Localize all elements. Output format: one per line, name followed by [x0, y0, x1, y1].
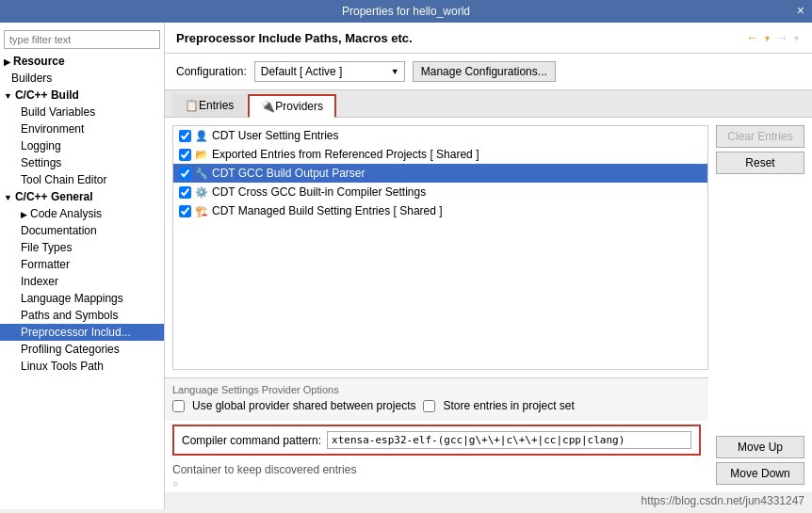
- options-title: Language Settings Provider Options: [172, 384, 701, 395]
- forward-dropdown-button[interactable]: ▾: [792, 31, 801, 45]
- sidebar-item-code-analysis[interactable]: ▶Code Analysis: [0, 205, 164, 222]
- compiler-input[interactable]: [327, 431, 691, 449]
- sidebar-item-label: Resource: [13, 55, 65, 68]
- option2-label: Store entries in project set: [443, 399, 574, 412]
- sidebar-item-label: Tool Chain Editor: [21, 173, 106, 186]
- entry-checkbox[interactable]: [179, 130, 191, 142]
- sidebar-item-tool-chain-editor[interactable]: Tool Chain Editor: [0, 171, 164, 188]
- option2-checkbox[interactable]: [423, 400, 435, 412]
- sidebar-item-paths-and-symbols[interactable]: Paths and Symbols: [0, 307, 164, 324]
- sidebar-item-label: Preprocessor Includ...: [21, 326, 131, 339]
- entry-icon: 🔧: [195, 168, 208, 180]
- nav-buttons: ← ▾ → ▾: [744, 28, 801, 47]
- sidebar-item-indexer[interactable]: Indexer: [0, 273, 164, 290]
- compiler-section: Compiler command pattern:: [172, 425, 701, 456]
- sidebar-item-label: Documentation: [21, 224, 97, 237]
- arrow-icon: ▼: [4, 193, 12, 202]
- table-row[interactable]: 🔧 CDT GCC Build Output Parser: [173, 164, 707, 183]
- sidebar-item-label: Settings: [21, 156, 61, 169]
- tab-label-entries: Entries: [199, 99, 234, 112]
- close-button[interactable]: ×: [797, 3, 804, 18]
- entry-text: CDT User Setting Entries: [212, 129, 339, 142]
- tab-icon-providers: 🔌: [261, 100, 275, 113]
- compiler-label: Compiler command pattern:: [182, 434, 321, 447]
- content-area: Preprocessor Include Paths, Macros etc. …: [165, 23, 812, 509]
- sidebar-item-language-mappings[interactable]: Language Mappings: [0, 290, 164, 307]
- sidebar-item-linux-tools-path[interactable]: Linux Tools Path: [0, 358, 164, 375]
- tab-entries[interactable]: 📋Entries: [172, 94, 246, 117]
- entry-text: CDT Cross GCC Built-in Compiler Settings: [212, 185, 426, 199]
- watermark: https://blog.csdn.net/jun4331247: [165, 492, 812, 509]
- content-title: Preprocessor Include Paths, Macros etc.: [176, 31, 413, 45]
- table-row[interactable]: ⚙️ CDT Cross GCC Built-in Compiler Setti…: [173, 183, 707, 201]
- arrow-icon: ▶: [21, 210, 27, 219]
- sidebar-item-environment[interactable]: Environment: [0, 120, 164, 137]
- table-row[interactable]: 📂 Exported Entries from Referenced Proje…: [173, 145, 707, 164]
- content-body: 👤 CDT User Setting Entries 📂 Exported En…: [165, 118, 812, 492]
- sidebar-item-preprocessor-include[interactable]: Preprocessor Includ...: [0, 324, 164, 341]
- sidebar-item-label: C/C++ Build: [15, 88, 79, 102]
- entry-icon: 📂: [195, 149, 208, 161]
- move-up-button[interactable]: Move Up: [716, 436, 804, 458]
- sidebar-item-build-variables[interactable]: Build Variables: [0, 104, 164, 120]
- config-select[interactable]: Default [ Active ]: [254, 61, 405, 82]
- move-down-button[interactable]: Move Down: [716, 462, 804, 485]
- entry-checkbox[interactable]: [179, 149, 191, 161]
- entry-text: Exported Entries from Referenced Project…: [212, 148, 479, 161]
- sidebar-item-formatter[interactable]: Formatter: [0, 256, 164, 273]
- sidebar-item-resource[interactable]: ▶Resource: [0, 53, 164, 70]
- clear-entries-button[interactable]: Clear Entries: [716, 125, 804, 148]
- container-label: Container to keep discovered entries: [172, 463, 701, 476]
- entry-checkbox[interactable]: [179, 186, 191, 199]
- sidebar-item-label: C/C++ General: [15, 190, 93, 203]
- table-row[interactable]: 👤 CDT User Setting Entries: [173, 126, 707, 145]
- sidebar-item-cpp-build[interactable]: ▼C/C++ Build: [0, 87, 164, 104]
- filter-input[interactable]: [4, 30, 160, 49]
- table-row[interactable]: 🏗️ CDT Managed Build Setting Entries [ S…: [173, 201, 707, 220]
- tab-icon-entries: 📋: [185, 99, 199, 112]
- entry-checkbox[interactable]: [179, 168, 191, 180]
- arrow-icon: ▶: [4, 57, 10, 67]
- sidebar-item-profiling-categories[interactable]: Profiling Categories: [0, 341, 164, 358]
- sidebar-item-label: Build Variables: [21, 105, 95, 119]
- title-bar: Properties for hello_world ×: [0, 0, 812, 23]
- dialog-title: Properties for hello_world: [342, 5, 470, 18]
- watermark-text: https://blog.csdn.net/jun4331247: [641, 494, 804, 507]
- config-row: Configuration: Default [ Active ] Manage…: [165, 54, 812, 90]
- sidebar-item-file-types[interactable]: File Types: [0, 239, 164, 256]
- option1-label: Use global provider shared between proje…: [192, 399, 415, 412]
- action-buttons: Clear Entries Reset Move Up Move Down: [708, 118, 812, 492]
- option1-row: Use global provider shared between proje…: [172, 399, 701, 412]
- sidebar-item-label: Code Analysis: [30, 207, 102, 220]
- back-button[interactable]: ←: [744, 28, 761, 47]
- entry-text: CDT Managed Build Setting Entries [ Shar…: [212, 204, 443, 217]
- reset-button[interactable]: Reset: [716, 152, 804, 174]
- tabs-container: 📋Entries🔌Providers: [165, 90, 812, 118]
- sidebar-item-cpp-general[interactable]: ▼C/C++ General: [0, 188, 164, 205]
- sidebar-item-label: Paths and Symbols: [21, 309, 118, 322]
- back-dropdown-button[interactable]: ▾: [763, 31, 771, 45]
- entry-text: CDT GCC Build Output Parser: [212, 167, 365, 180]
- sidebar-item-builders[interactable]: Builders: [0, 70, 164, 87]
- main-container: ▶ResourceBuilders▼C/C++ BuildBuild Varia…: [0, 23, 812, 509]
- sidebar-item-logging[interactable]: Logging: [0, 137, 164, 154]
- sidebar-item-documentation[interactable]: Documentation: [0, 222, 164, 239]
- option1-checkbox[interactable]: [172, 400, 185, 412]
- entry-icon: 👤: [195, 130, 208, 142]
- sidebar-item-label: Environment: [21, 122, 84, 136]
- config-label: Configuration:: [176, 65, 247, 78]
- sidebar-item-settings[interactable]: Settings: [0, 154, 164, 171]
- entry-checkbox[interactable]: [179, 205, 191, 217]
- compiler-row: Compiler command pattern:: [182, 431, 691, 449]
- sidebar: ▶ResourceBuilders▼C/C++ BuildBuild Varia…: [0, 23, 165, 509]
- entry-icon: ⚙️: [195, 186, 208, 199]
- forward-button[interactable]: →: [773, 28, 790, 47]
- sidebar-item-label: Language Mappings: [21, 292, 123, 305]
- sidebar-item-label: Formatter: [21, 258, 70, 271]
- sidebar-item-label: Indexer: [21, 275, 58, 288]
- tab-label-providers: Providers: [275, 100, 323, 113]
- tab-providers[interactable]: 🔌Providers: [248, 94, 336, 118]
- sidebar-item-label: Profiling Categories: [21, 343, 120, 356]
- manage-configurations-button[interactable]: Manage Configurations...: [413, 61, 556, 82]
- container-section: Container to keep discovered entries ○: [165, 459, 708, 492]
